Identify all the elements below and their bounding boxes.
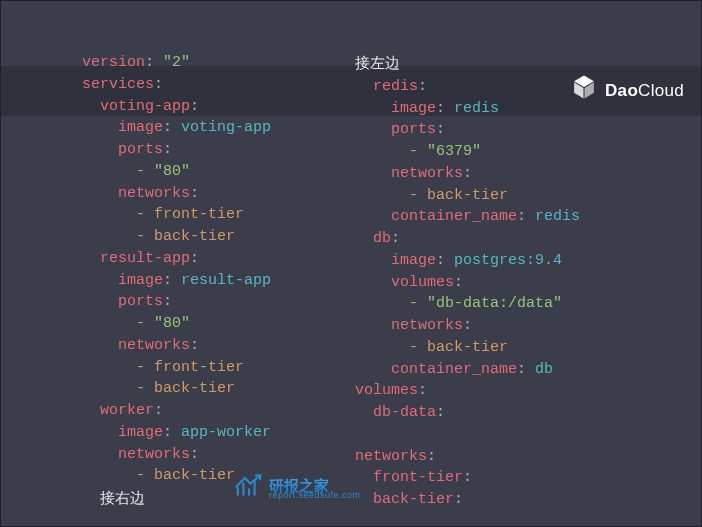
svc-db: db xyxy=(373,230,391,247)
result-port-0: "80" xyxy=(154,315,190,332)
continue-left-note: 接左边 xyxy=(355,54,400,71)
key-services: services xyxy=(82,76,154,93)
chart-icon xyxy=(235,473,263,505)
result-ports-key: ports xyxy=(118,293,163,310)
db-cname-key: container_name xyxy=(391,361,517,378)
redis-networks-key: networks xyxy=(391,165,463,182)
worker-image-val: app-worker xyxy=(181,424,271,441)
worker-networks-key: networks xyxy=(118,446,190,463)
result-net-1: back-tier xyxy=(154,380,235,397)
result-networks-key: networks xyxy=(118,337,190,354)
db-networks-key: networks xyxy=(391,317,463,334)
watermark: 研报之家 report.seedsufe.com xyxy=(235,473,361,505)
db-vol-0: "db-data:/data" xyxy=(427,295,562,312)
logo-bold: Dao xyxy=(605,81,638,100)
voting-port-0: "80" xyxy=(154,163,190,180)
top-volumes-key: volumes xyxy=(355,382,418,399)
voting-networks-key: networks xyxy=(118,185,190,202)
vol-db-data: db-data xyxy=(373,404,436,421)
code-right-column: 接左边 redis: image: redis ports: - "6379" … xyxy=(355,52,702,527)
net-back-tier: back-tier xyxy=(373,491,454,508)
net-front-tier: front-tier xyxy=(373,469,463,486)
svc-result: result-app xyxy=(100,250,190,267)
logo-thin: Cloud xyxy=(638,81,684,100)
top-networks-key: networks xyxy=(355,448,427,465)
svc-redis: redis xyxy=(373,78,418,95)
db-image-val: postgres:9.4 xyxy=(454,252,562,269)
redis-net-0: back-tier xyxy=(427,187,508,204)
db-net-0: back-tier xyxy=(427,339,508,356)
cube-icon xyxy=(571,74,597,108)
voting-image-key: image xyxy=(118,119,163,136)
db-volumes-key: volumes xyxy=(391,274,454,291)
key-version: version xyxy=(82,54,145,71)
svc-voting: voting-app xyxy=(100,98,190,115)
redis-image-val: redis xyxy=(454,100,499,117)
val-version: "2" xyxy=(163,54,190,71)
db-cname-val: db xyxy=(535,361,553,378)
svc-worker: worker xyxy=(100,402,154,419)
redis-port-0: "6379" xyxy=(427,143,481,160)
continue-right-note: 接右边 xyxy=(100,489,145,506)
logo-text: DaoCloud xyxy=(605,79,684,104)
watermark-sub: report.seedsufe.com xyxy=(269,491,361,500)
redis-cname-key: container_name xyxy=(391,208,517,225)
db-image-key: image xyxy=(391,252,436,269)
redis-image-key: image xyxy=(391,100,436,117)
voting-ports-key: ports xyxy=(118,141,163,158)
daocloud-logo: DaoCloud xyxy=(571,74,684,108)
voting-image-val: voting-app xyxy=(181,119,271,136)
code-left-column: version: "2" services: voting-app: image… xyxy=(0,52,355,527)
voting-net-1: back-tier xyxy=(154,228,235,245)
result-net-0: front-tier xyxy=(154,359,244,376)
worker-image-key: image xyxy=(118,424,163,441)
worker-net-0: back-tier xyxy=(154,467,235,484)
result-image-key: image xyxy=(118,272,163,289)
redis-ports-key: ports xyxy=(391,121,436,138)
redis-cname-val: redis xyxy=(535,208,580,225)
voting-net-0: front-tier xyxy=(154,206,244,223)
code-columns: version: "2" services: voting-app: image… xyxy=(0,52,702,527)
result-image-val: result-app xyxy=(181,272,271,289)
